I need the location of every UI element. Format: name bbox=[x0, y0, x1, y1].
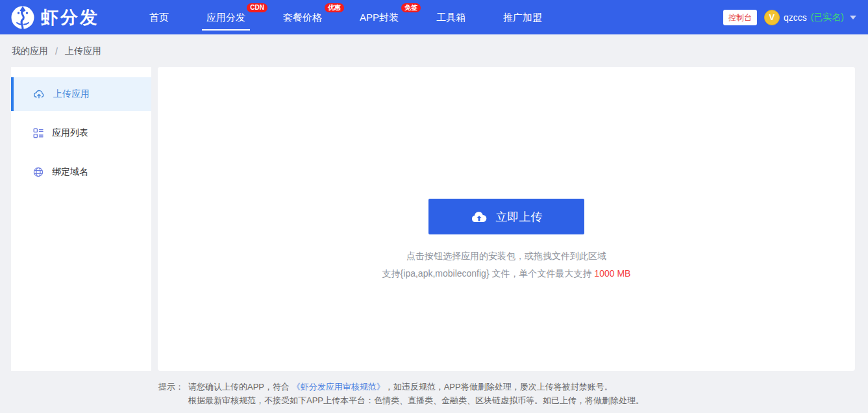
upload-now-label: 立即上传 bbox=[496, 209, 543, 225]
cloud-upload-solid-icon bbox=[471, 210, 488, 223]
nav-item-app-distribution[interactable]: 应用分发 CDN bbox=[206, 0, 245, 34]
upload-hint-line2: 支持{ipa,apk,mobileconfig} 文件，单个文件最大支持 100… bbox=[382, 268, 631, 280]
review-rules-link[interactable]: 《虾分发应用审核规范》 bbox=[292, 382, 385, 392]
cdn-badge: CDN bbox=[247, 3, 267, 12]
nav-item-pricing[interactable]: 套餐价格 优惠 bbox=[283, 0, 322, 34]
app-logo[interactable]: 虾分发 bbox=[10, 5, 99, 30]
breadcrumb-upload-app: 上传应用 bbox=[65, 45, 101, 57]
notice-label: 提示： bbox=[158, 380, 184, 407]
sidebar-item-upload-app[interactable]: 上传应用 bbox=[11, 77, 151, 111]
sidebar-item-bind-domain[interactable]: 绑定域名 bbox=[11, 155, 151, 189]
nav-item-home[interactable]: 首页 bbox=[149, 0, 169, 34]
notice-body: 请您确认上传的APP，符合 《虾分发应用审核规范》，如违反规范，APP将做删除处… bbox=[188, 380, 644, 407]
sidebar: 上传应用 应用列表 绑定域名 bbox=[11, 67, 151, 371]
nav-item-toolbox[interactable]: 工具箱 bbox=[436, 0, 465, 34]
notice-line2: 根据最新审核规范，不接受如下APP上传本平台：色情类、直播类、金融类、区块链虚拟… bbox=[188, 394, 644, 407]
globe-icon bbox=[33, 167, 43, 177]
grid-list-icon bbox=[33, 128, 43, 138]
breadcrumb-separator: / bbox=[55, 46, 58, 56]
breadcrumb: 我的应用 / 上传应用 bbox=[0, 34, 868, 67]
notice-line1: 请您确认上传的APP，符合 《虾分发应用审核规范》，如违反规范，APP将做删除处… bbox=[188, 380, 644, 394]
discount-badge: 优惠 bbox=[325, 3, 344, 12]
verified-status: (已实名) bbox=[811, 12, 844, 23]
header-right: 控制台 V qzccs (已实名) bbox=[723, 10, 856, 25]
nav-item-app-packaging[interactable]: APP封装 免签 bbox=[360, 0, 399, 34]
sidebar-item-label: 绑定域名 bbox=[52, 166, 88, 178]
upload-dropzone[interactable]: 立即上传 点击按钮选择应用的安装包，或拖拽文件到此区域 支持{ipa,apk,m… bbox=[158, 67, 855, 371]
upload-now-button[interactable]: 立即上传 bbox=[428, 199, 584, 234]
max-size-value: 1000 MB bbox=[594, 268, 630, 279]
footer-notice: 提示： 请您确认上传的APP，符合 《虾分发应用审核规范》，如违反规范，APP将… bbox=[158, 380, 868, 407]
upload-hint-line1: 点击按钮选择应用的安装包，或拖拽文件到此区域 bbox=[406, 251, 606, 262]
sidebar-item-label: 应用列表 bbox=[52, 127, 88, 139]
nav-item-promotion[interactable]: 推广加盟 bbox=[503, 0, 542, 34]
chevron-down-icon bbox=[850, 16, 856, 19]
content-area: 上传应用 应用列表 绑定域名 bbox=[11, 67, 855, 371]
avatar: V bbox=[764, 10, 780, 25]
console-button[interactable]: 控制台 bbox=[723, 10, 757, 25]
cloud-upload-icon bbox=[33, 88, 45, 100]
main-nav: 首页 应用分发 CDN 套餐价格 优惠 APP封装 免签 工具箱 推广加盟 bbox=[130, 0, 561, 34]
top-navbar: 虾分发 首页 应用分发 CDN 套餐价格 优惠 APP封装 免签 工具箱 推广加… bbox=[0, 0, 868, 34]
sidebar-item-label: 上传应用 bbox=[53, 88, 90, 100]
logo-text: 虾分发 bbox=[41, 6, 99, 29]
breadcrumb-my-apps[interactable]: 我的应用 bbox=[12, 45, 48, 57]
shrimp-logo-icon bbox=[10, 5, 35, 30]
user-menu[interactable]: V qzccs (已实名) bbox=[764, 10, 856, 25]
username: qzccs bbox=[784, 12, 807, 23]
no-sign-badge: 免签 bbox=[401, 3, 421, 12]
sidebar-item-app-list[interactable]: 应用列表 bbox=[11, 116, 151, 150]
